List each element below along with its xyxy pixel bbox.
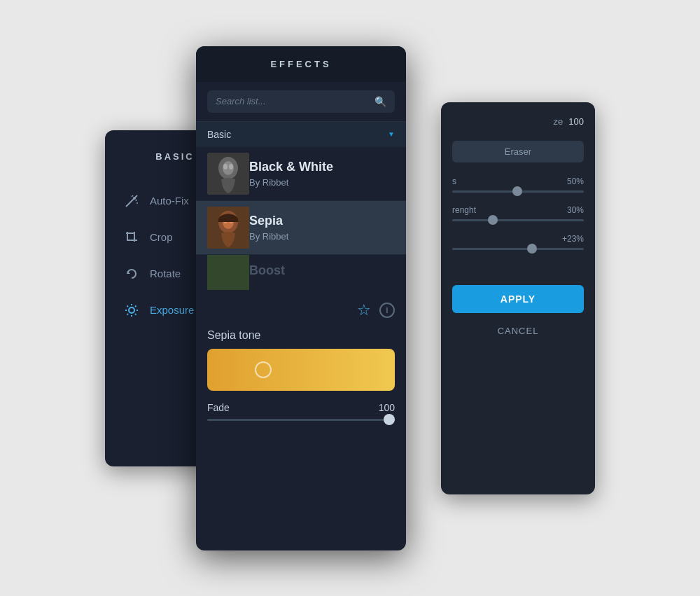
effect-name-bw: Black & White [249,160,333,174]
svg-point-2 [133,197,136,200]
sidebar-item-label-rotate: Rotate [150,268,181,279]
svg-point-21 [223,164,227,169]
effect-item-boost[interactable]: Boost [196,255,406,290]
wand-icon [123,193,140,209]
svg-line-3 [136,200,136,201]
search-icon: 🔍 [374,96,386,107]
exposure-icon [123,302,140,319]
slider-value-3: +23% [562,234,584,244]
fade-value: 100 [379,402,395,413]
category-label: Basic [207,129,231,140]
rotate-icon [123,265,140,282]
selected-effect-name: Sepia tone [207,329,395,342]
slider-value-1: 50% [567,176,584,186]
svg-line-4 [132,195,133,197]
search-box[interactable]: Search list... 🔍 [207,90,395,113]
eraser-button[interactable]: Eraser [452,141,584,162]
svg-line-15 [135,314,136,315]
sepia-gradient-bar[interactable] [207,349,395,391]
effect-info-bw: Black & White By Ribbet [249,160,333,188]
svg-line-0 [126,198,134,207]
effect-name-boost: Boost [249,263,285,278]
favorite-star-icon[interactable]: ☆ [357,301,371,319]
search-placeholder: Search list... [216,96,374,106]
size-label: ze [554,116,564,127]
effect-item-bw[interactable]: Black & White By Ribbet [196,147,406,201]
panel-bottom-icons: ☆ i [207,301,395,319]
effects-panel: EFFECTS Search list... 🔍 Basic ▼ [196,46,406,550]
size-value: 100 [568,116,584,127]
svg-point-9 [129,307,134,313]
slider-track-2[interactable] [452,219,584,221]
fade-label: Fade [207,402,230,413]
effects-panel-header: EFFECTS [196,46,406,82]
slider-value-2: 30% [567,205,584,215]
effect-author-sepia: By Ribbet [249,231,288,242]
effect-thumb-boost [207,255,249,290]
dropdown-arrow-icon: ▼ [388,130,395,138]
svg-line-17 [127,314,129,315]
slider-label-2: renght [452,205,476,215]
cancel-button[interactable]: CANCEL [452,319,584,343]
category-dropdown-row: Basic ▼ [196,122,406,147]
sidebar-item-label-exposure: Exposure [150,304,194,316]
category-dropdown[interactable]: Basic ▼ [207,129,395,140]
effect-info-sepia: Sepia By Ribbet [249,214,288,242]
search-row: Search list... 🔍 [196,82,406,122]
svg-point-22 [229,164,233,169]
slider-row-3: +23% [452,234,584,250]
fade-slider-thumb[interactable] [384,414,395,425]
effect-thumb-bw [207,153,249,195]
effect-thumb-sepia [207,207,249,249]
slider-track-1[interactable] [452,190,584,193]
effect-name-sepia: Sepia [249,214,288,228]
fade-row: Fade 100 [207,402,395,413]
slider-row-2: renght 30% [452,205,584,221]
effects-list: Black & White By Ribbet [196,147,406,290]
svg-rect-29 [207,255,249,290]
slider-thumb-3[interactable] [527,244,537,254]
effect-author-bw: By Ribbet [249,177,333,188]
slider-thumb-1[interactable] [512,186,522,196]
sidebar-item-label-crop: Crop [150,231,173,243]
gradient-handle[interactable] [255,361,272,378]
apply-button[interactable]: APPLY [452,285,584,313]
effects-panel-title: EFFECTS [207,59,395,69]
slider-thumb-2[interactable] [488,215,498,225]
right-panel: ze 100 Eraser s 50% renght 30% [441,102,595,494]
panel-bottom: ☆ i Sepia tone Fade 100 [196,290,406,429]
slider-row-1: s 50% [452,176,584,193]
fade-slider-track[interactable] [207,419,395,421]
svg-line-14 [127,305,129,307]
info-icon[interactable]: i [379,303,395,318]
sidebar-item-label-auto-fix: Auto-Fix [150,195,189,207]
crop-icon [123,229,140,246]
slider-label-1: s [452,176,456,186]
svg-line-16 [135,305,136,307]
effect-item-sepia[interactable]: Sepia By Ribbet [196,201,406,255]
slider-track-3[interactable] [452,248,584,250]
effect-info-boost: Boost [249,263,285,281]
